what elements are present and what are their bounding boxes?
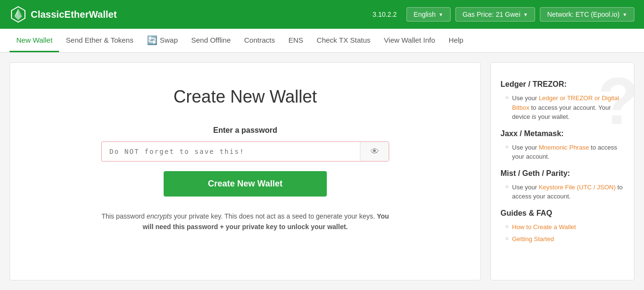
nav-item-contracts[interactable]: Contracts: [238, 29, 282, 52]
create-new-wallet-button[interactable]: Create New Wallet: [164, 171, 327, 197]
chevron-down-icon: ▼: [622, 12, 627, 17]
sidebar-jaxx-list: Use your Mnemonic Phrase to access your …: [501, 143, 624, 162]
logo: ClassicEtherWallet: [10, 6, 117, 23]
getting-started-link[interactable]: Getting Started: [512, 235, 554, 243]
password-toggle-button[interactable]: 👁: [360, 142, 389, 161]
nav-item-view-wallet[interactable]: View Wallet Info: [377, 29, 442, 52]
sidebar-ledger-list: Use your Ledger or TREZOR or Digital Bit…: [501, 93, 624, 122]
password-label: Enter a password: [213, 126, 277, 135]
create-wallet-title: Create New Wallet: [174, 87, 317, 107]
version-text: 3.10.2.2: [372, 11, 397, 18]
nav-item-swap[interactable]: 🔄 Swap: [140, 28, 185, 54]
nav-item-send-offline[interactable]: Send Offline: [184, 29, 237, 52]
main-nav: New Wallet Send Ether & Tokens 🔄 Swap Se…: [0, 29, 644, 53]
center-panel: Create New Wallet Enter a password 👁 Cre…: [10, 62, 481, 280]
language-button[interactable]: English ▼: [406, 7, 451, 22]
sidebar-how-to-item: How to Create a Wallet: [505, 222, 624, 232]
header: ClassicEtherWallet 3.10.2.2 English ▼ Ga…: [0, 0, 644, 29]
main-layout: Create New Wallet Enter a password 👁 Cre…: [0, 53, 644, 290]
nav-item-check-tx[interactable]: Check TX Status: [310, 29, 377, 52]
header-right: 3.10.2.2 English ▼ Gas Price: 21 Gwei ▼ …: [372, 7, 634, 22]
chevron-down-icon: ▼: [439, 12, 443, 17]
right-sidebar: ? Ledger / TREZOR: Use your Ledger or TR…: [490, 62, 634, 280]
sidebar-jaxx-item: Use your Mnemonic Phrase to access your …: [505, 143, 624, 162]
logo-icon: [10, 6, 27, 23]
ledger-trezor-link[interactable]: Ledger or TREZOR or Digital Bitbox: [512, 94, 619, 111]
mnemonic-phrase-link[interactable]: Mnemonic Phrase: [539, 144, 589, 151]
nav-item-new-wallet[interactable]: New Wallet: [10, 29, 59, 52]
gas-price-button[interactable]: Gas Price: 21 Gwei ▼: [455, 7, 536, 22]
keystore-file-link[interactable]: Keystore File (UTC / JSON): [539, 184, 616, 191]
sidebar-mist-item: Use your Keystore File (UTC / JSON) to a…: [505, 183, 624, 201]
password-input-wrapper: 👁: [101, 141, 389, 162]
sidebar-jaxx-title: Jaxx / Metamask:: [501, 129, 624, 138]
sidebar-guides-title: Guides & FAQ: [501, 209, 624, 218]
sidebar-getting-started-item: Getting Started: [505, 234, 624, 244]
logo-text: ClassicEtherWallet: [31, 9, 117, 20]
nav-item-send-ether[interactable]: Send Ether & Tokens: [59, 29, 140, 52]
sidebar-guides-list: How to Create a Wallet Getting Started: [501, 222, 624, 244]
sidebar-ledger-item: Use your Ledger or TREZOR or Digital Bit…: [505, 93, 624, 122]
network-button[interactable]: Network: ETC (Epool.io) ▼: [540, 7, 634, 22]
password-input[interactable]: [102, 142, 360, 161]
info-text: This password encrypts your private key.…: [101, 211, 389, 232]
sidebar-ledger-title: Ledger / TREZOR:: [501, 80, 624, 89]
nav-item-help[interactable]: Help: [442, 29, 470, 52]
swap-icon: 🔄: [147, 35, 157, 46]
eye-icon: 👁: [370, 147, 379, 157]
sidebar-mist-list: Use your Keystore File (UTC / JSON) to a…: [501, 183, 624, 201]
sidebar-mist-title: Mist / Geth / Parity:: [501, 169, 624, 178]
how-to-create-wallet-link[interactable]: How to Create a Wallet: [512, 223, 576, 231]
nav-item-ens[interactable]: ENS: [282, 29, 310, 52]
chevron-down-icon: ▼: [523, 12, 528, 17]
